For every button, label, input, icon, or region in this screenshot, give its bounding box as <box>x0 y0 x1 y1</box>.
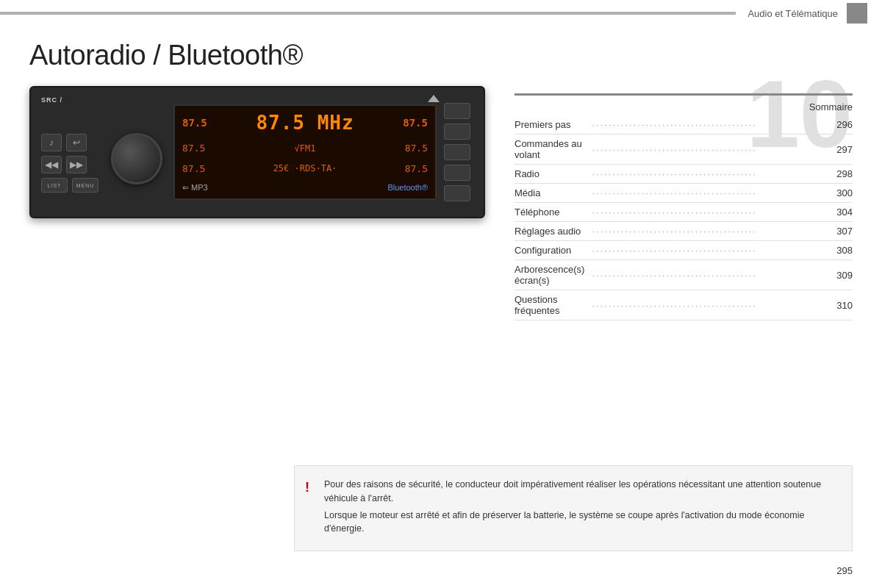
toc-item-dots: ········································ <box>592 165 836 184</box>
toc-item-page: 308 <box>836 241 853 260</box>
content-area: SRC / ♪ ↩ ◀◀ ▶▶ LIST MENU <box>0 79 882 320</box>
toc-item-label: Téléphone <box>514 203 592 222</box>
toc-item-page: 296 <box>836 115 853 135</box>
control-buttons-bot: LIST MENU <box>41 178 98 193</box>
forward-button[interactable]: ▶▶ <box>66 156 87 173</box>
notice-area: ! Pour des raisons de sécurité, le condu… <box>294 465 853 551</box>
return-button[interactable]: ↩ <box>66 134 87 151</box>
toc-item-page: 297 <box>836 135 853 165</box>
toc-item-page: 304 <box>836 203 853 222</box>
page-number: 295 <box>836 565 853 576</box>
toc-header-label: Sommaire <box>514 100 853 115</box>
freq-left-2: 87.5 <box>182 143 205 154</box>
toc-item-dots: ········································ <box>592 203 836 222</box>
notice-text-2: Lorsque le moteur est arrêté et afin de … <box>324 509 837 537</box>
toc-item-dots: ········································ <box>592 222 836 241</box>
toc-row[interactable]: Radio ··································… <box>514 165 853 184</box>
control-buttons-top: ♪ ↩ <box>41 134 87 151</box>
toc-header-row: Sommaire <box>514 100 853 115</box>
freq-mid-2: √FM1 <box>295 143 316 154</box>
radio-triangle-icon <box>428 95 440 102</box>
top-bar-line <box>0 12 736 15</box>
list-button[interactable]: LIST <box>41 178 68 193</box>
toc-item-page: 309 <box>836 260 853 290</box>
top-bar-square <box>847 3 867 24</box>
toc-item-dots: ········································ <box>592 241 836 260</box>
preset-btn-1[interactable] <box>444 103 470 119</box>
display-row-1: 87.5 87.5 MHz 87.5 <box>182 112 428 134</box>
toc-item-page: 298 <box>836 165 853 184</box>
top-bar-title: Audio et Télématique <box>747 8 838 19</box>
freq-left-3: 87.5 <box>182 163 205 174</box>
bluetooth-label: Bluetooth® <box>387 183 428 192</box>
toc-item-label: Configuration <box>514 241 592 260</box>
display-row-3: 87.5 25€ ·RDS·TA· 87.5 <box>182 163 428 174</box>
toc-row[interactable]: Commandes au volant ····················… <box>514 135 853 165</box>
display-bottom: ⇐ MP3 Bluetooth® <box>182 183 428 193</box>
toc-item-dots: ········································ <box>592 260 836 290</box>
volume-knob[interactable] <box>111 133 162 184</box>
control-buttons-mid: ◀◀ ▶▶ <box>41 156 87 173</box>
toc-item-dots: ········································ <box>592 184 836 203</box>
toc-item-label: Premiers pas <box>514 115 592 135</box>
toc-item-dots: ········································ <box>592 290 836 320</box>
toc-row[interactable]: Réglages audio ·························… <box>514 222 853 241</box>
knob-area <box>107 120 166 184</box>
radio-display: 87.5 87.5 MHz 87.5 87.5 √FM1 87.5 87.5 2… <box>173 104 437 200</box>
toc-row[interactable]: Téléphone ······························… <box>514 203 853 222</box>
toc-item-page: 310 <box>836 290 853 320</box>
toc-row[interactable]: Média ··································… <box>514 184 853 203</box>
preset-btn-5[interactable] <box>444 185 470 201</box>
preset-btn-3[interactable] <box>444 144 470 160</box>
toc-item-label: Réglages audio <box>514 222 592 241</box>
top-bar: Audio et Télématique <box>0 0 882 26</box>
toc-row[interactable]: Arborescence(s) écran(s) ···············… <box>514 260 853 290</box>
toc-item-label: Commandes au volant <box>514 135 592 165</box>
toc-item-label: Média <box>514 184 592 203</box>
freq-right-1: 87.5 <box>403 117 428 129</box>
display-row-2: 87.5 √FM1 87.5 <box>182 143 428 154</box>
toc-item-label: Questions fréquentes <box>514 290 592 320</box>
toc-row[interactable]: Questions fréquentes ···················… <box>514 290 853 320</box>
radio-image-container: SRC / ♪ ↩ ◀◀ ▶▶ LIST MENU <box>29 86 485 320</box>
preset-btn-4[interactable] <box>444 165 470 181</box>
notice-exclamation-icon: ! <box>305 478 309 498</box>
toc-row[interactable]: Premiers pas ···························… <box>514 115 853 135</box>
toc-item-label: Radio <box>514 165 592 184</box>
toc-header-line <box>514 93 853 96</box>
usb-mp3-label: ⇐ MP3 <box>182 183 208 193</box>
radio-right-presets <box>444 103 473 201</box>
src-label: SRC / <box>41 96 62 104</box>
preset-btn-2[interactable] <box>444 123 470 140</box>
freq-mid-3: 25€ ·RDS·TA· <box>273 163 337 173</box>
toc-item-page: 300 <box>836 184 853 203</box>
freq-left-1: 87.5 <box>182 117 207 129</box>
freq-right-3: 87.5 <box>405 163 428 174</box>
toc-item-dots: ········································ <box>592 115 836 135</box>
freq-main: 87.5 MHz <box>256 112 354 134</box>
radio-device: SRC / ♪ ↩ ◀◀ ▶▶ LIST MENU <box>29 86 485 218</box>
freq-right-2: 87.5 <box>405 143 428 154</box>
toc-item-dots: ········································ <box>592 135 836 165</box>
toc-item-label: Arborescence(s) écran(s) <box>514 260 592 290</box>
music-button[interactable]: ♪ <box>41 134 62 151</box>
radio-left-controls: ♪ ↩ ◀◀ ▶▶ LIST MENU <box>41 112 100 193</box>
toc-row[interactable]: Configuration ··························… <box>514 241 853 260</box>
notice-text-1: Pour des raisons de sécurité, le conduct… <box>324 478 837 506</box>
notice-text: Pour des raisons de sécurité, le conduct… <box>324 478 837 536</box>
toc-item-page: 307 <box>836 222 853 241</box>
menu-button[interactable]: MENU <box>72 178 98 193</box>
toc-area: Sommaire Premiers pas ··················… <box>514 86 853 320</box>
toc-table: Sommaire Premiers pas ··················… <box>514 100 853 320</box>
rewind-button[interactable]: ◀◀ <box>41 156 62 173</box>
